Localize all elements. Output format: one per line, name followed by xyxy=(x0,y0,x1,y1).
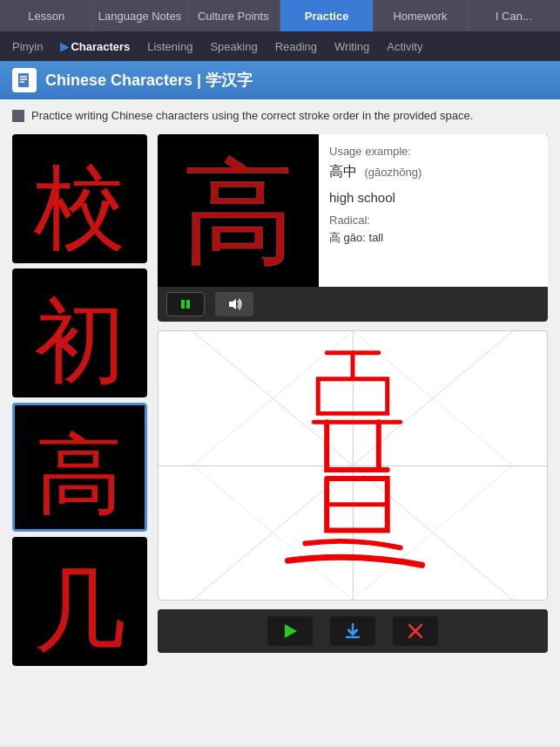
svg-marker-30 xyxy=(285,624,297,638)
right-panel: 高 高 Usage example: 高中 (gāozhōng) high sc… xyxy=(158,134,548,666)
media-controls-bar xyxy=(158,287,548,322)
usage-chinese: 高中 xyxy=(329,164,357,179)
subnav-characters[interactable]: ▶Characters xyxy=(51,37,138,57)
page-title: Chinese Characters | 学汉字 xyxy=(45,70,253,91)
delete-button[interactable] xyxy=(393,616,438,646)
svg-text:初: 初 xyxy=(34,291,125,393)
top-navigation: Lesson Language Notes Culture Points Pra… xyxy=(0,0,560,31)
preview-char-svg: 高 高 xyxy=(162,139,314,282)
pause-button[interactable] xyxy=(166,292,205,316)
download-icon xyxy=(344,622,361,640)
nav-culture-points[interactable]: Culture Points xyxy=(187,0,280,31)
page-icon xyxy=(12,68,37,92)
document-icon xyxy=(17,72,32,88)
svg-rect-15 xyxy=(181,300,185,309)
subnav-activity[interactable]: Activity xyxy=(378,37,431,57)
preview-char-display: 高 高 xyxy=(158,134,319,287)
grid-diagonals-svg xyxy=(159,331,547,600)
nav-practice[interactable]: Practice xyxy=(280,0,374,31)
nav-i-can[interactable]: I Can... xyxy=(468,0,560,31)
instruction-icon xyxy=(12,110,24,122)
svg-rect-16 xyxy=(186,300,190,309)
radical-label: Radical: xyxy=(329,214,537,227)
play-icon xyxy=(281,622,299,640)
subnav-writing[interactable]: Writing xyxy=(326,37,378,57)
char-jiao-svg: 校 xyxy=(17,136,143,262)
nav-lesson[interactable]: Lesson xyxy=(0,0,93,31)
char-card-gao[interactable]: 高 xyxy=(12,403,147,532)
usage-english: high school xyxy=(329,190,537,205)
usage-label: Usage example: xyxy=(329,145,537,158)
sub-navigation: Pinyin ▶Characters Listening Speaking Re… xyxy=(0,31,560,61)
subnav-pinyin[interactable]: Pinyin xyxy=(3,37,51,57)
char-gao-selected-svg: 高 xyxy=(19,407,140,528)
preview-section: 高 高 Usage example: 高中 (gāozhōng) high sc… xyxy=(158,134,548,322)
svg-text:高: 高 xyxy=(36,427,123,524)
delete-icon xyxy=(407,622,424,640)
character-list: 校 初 高 几 xyxy=(12,134,147,666)
content-area: Practice writing Chinese characters usin… xyxy=(0,99,560,745)
svg-text:高: 高 xyxy=(182,151,295,276)
char-card-ji[interactable]: 几 xyxy=(12,537,147,666)
usage-pinyin: (gāozhōng) xyxy=(364,166,422,179)
char-chu-svg: 初 xyxy=(17,270,143,397)
pause-icon xyxy=(179,297,192,311)
svg-text:几: 几 xyxy=(34,560,125,662)
svg-marker-17 xyxy=(229,299,236,309)
char-card-jiao[interactable]: 校 xyxy=(12,134,147,263)
instruction-row: Practice writing Chinese characters usin… xyxy=(12,108,548,124)
char-card-chu[interactable]: 初 xyxy=(12,268,147,397)
play-button[interactable] xyxy=(267,616,313,646)
writing-area[interactable] xyxy=(158,330,548,601)
usage-info-panel: Usage example: 高中 (gāozhōng) high school… xyxy=(319,134,548,287)
radical-text: 高 gāo: tall xyxy=(329,230,537,246)
arrow-icon: ▶ xyxy=(60,40,69,53)
svg-rect-0 xyxy=(18,73,29,87)
char-ji-svg: 几 xyxy=(17,539,143,665)
volume-icon xyxy=(226,297,242,311)
main-layout: 校 初 高 几 xyxy=(12,134,548,666)
nav-language-notes[interactable]: Language Notes xyxy=(93,0,186,31)
instruction-text: Practice writing Chinese characters usin… xyxy=(31,108,473,124)
volume-button[interactable] xyxy=(215,292,253,316)
preview-combined: 高 高 Usage example: 高中 (gāozhōng) high sc… xyxy=(158,134,548,287)
nav-homework[interactable]: Homework xyxy=(374,0,467,31)
subnav-reading[interactable]: Reading xyxy=(267,37,326,57)
subnav-listening[interactable]: Listening xyxy=(138,37,201,57)
subnav-speaking[interactable]: Speaking xyxy=(201,37,266,57)
bottom-controls xyxy=(158,609,548,653)
download-button[interactable] xyxy=(330,616,375,646)
page-header: Chinese Characters | 学汉字 xyxy=(0,61,560,99)
svg-text:校: 校 xyxy=(33,157,125,259)
